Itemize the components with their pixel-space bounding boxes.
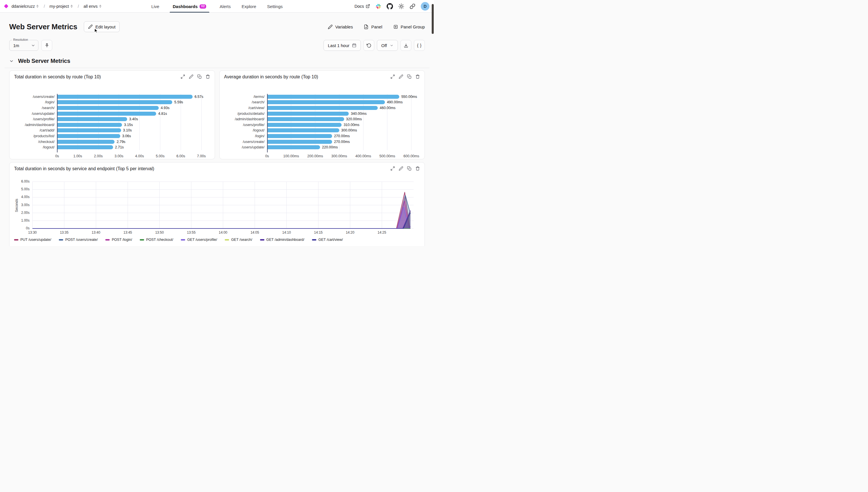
time-range-button[interactable]: Last 1 hour bbox=[323, 40, 361, 51]
legend-item[interactable]: GET /cart/view/ bbox=[312, 238, 343, 242]
dashboard-app: ddanielcruzz / my-project / all envs Liv… bbox=[0, 0, 434, 246]
nav-explore-label: Explore bbox=[242, 4, 256, 9]
code-view-button[interactable]: { } bbox=[414, 40, 425, 51]
bar-category-label: /users/update/ bbox=[242, 145, 264, 149]
edit-icon[interactable] bbox=[399, 74, 403, 79]
breadcrumb-env[interactable]: all envs bbox=[83, 4, 102, 8]
nav-settings[interactable]: Settings bbox=[267, 0, 283, 13]
x-axis-tick: 7.00s bbox=[197, 154, 206, 158]
slack-icon bbox=[375, 3, 381, 9]
legend-item[interactable]: POST /users/create/ bbox=[59, 238, 98, 242]
nav-dashboards[interactable]: Dashboards v2 bbox=[170, 0, 209, 13]
y-axis-tick: 5.00s bbox=[21, 187, 30, 191]
bar bbox=[267, 95, 400, 99]
add-panel-group-button[interactable]: Panel Group bbox=[393, 24, 425, 29]
bar-row: /users/create/6.57s bbox=[57, 94, 201, 100]
bar-category-label: /login/ bbox=[255, 134, 264, 138]
add-panel-group-label: Panel Group bbox=[401, 24, 425, 29]
bar-category-label: /admin/dashboard/ bbox=[235, 117, 265, 121]
delete-icon[interactable] bbox=[415, 74, 420, 79]
bar bbox=[57, 140, 115, 144]
breadcrumb: ddanielcruzz / my-project / all envs bbox=[5, 0, 102, 13]
title-actions: Variables Panel Panel Group bbox=[328, 24, 425, 29]
bar-value-label: 340.00ms bbox=[351, 112, 367, 116]
legend-swatch bbox=[105, 239, 110, 241]
nav-dashboards-label: Dashboards bbox=[173, 4, 198, 9]
nav-explore[interactable]: Explore bbox=[241, 0, 257, 13]
variables-button[interactable]: Variables bbox=[328, 24, 353, 29]
delete-icon[interactable] bbox=[415, 166, 420, 171]
unfold-icon bbox=[70, 5, 73, 8]
breadcrumb-project[interactable]: my-project bbox=[49, 4, 73, 8]
duplicate-icon[interactable] bbox=[407, 74, 412, 79]
slack-button[interactable] bbox=[375, 3, 381, 9]
bar-value-label: 550.00ms bbox=[401, 95, 417, 99]
bar-row: /login/270.00ms bbox=[267, 133, 412, 139]
download-button[interactable] bbox=[400, 40, 411, 51]
copy-link-icon bbox=[410, 3, 415, 9]
legend-item[interactable]: GET /users/profile/ bbox=[181, 238, 217, 242]
legend-item[interactable]: GET /search/ bbox=[225, 238, 252, 242]
nav-live[interactable]: Live bbox=[151, 0, 160, 13]
legend-item[interactable]: POST /login/ bbox=[105, 238, 132, 242]
github-button[interactable] bbox=[387, 3, 393, 9]
expand-icon[interactable] bbox=[390, 166, 395, 171]
docs-link[interactable]: Docs bbox=[354, 4, 370, 8]
add-panel-button[interactable]: Panel bbox=[364, 24, 382, 29]
legend-item[interactable]: POST /checkout/ bbox=[140, 238, 173, 242]
expand-icon[interactable] bbox=[180, 74, 185, 79]
edit-icon[interactable] bbox=[189, 74, 194, 79]
pencil-icon bbox=[328, 24, 333, 29]
refresh-button[interactable] bbox=[364, 40, 374, 51]
time-controls: Last 1 hour Off { } bbox=[323, 40, 425, 51]
bar bbox=[57, 145, 113, 149]
breadcrumb-org-label: ddanielcruzz bbox=[11, 4, 35, 8]
bar bbox=[267, 117, 344, 121]
copy-link-button[interactable] bbox=[410, 3, 415, 9]
y-axis-ticks: 0s1.00s2.00s3.00s4.00s5.00s6.00s bbox=[14, 182, 32, 228]
legend-item[interactable]: GET /admin/dashboard/ bbox=[260, 238, 304, 242]
area-chart-canvas bbox=[32, 182, 414, 228]
chevron-down-icon[interactable] bbox=[9, 59, 14, 64]
unfold-icon bbox=[36, 5, 39, 8]
edit-layout-button[interactable]: Edit layout bbox=[84, 21, 120, 32]
x-axis-tick: 2.00s bbox=[94, 154, 103, 158]
duplicate-icon[interactable] bbox=[197, 74, 202, 79]
bar bbox=[267, 145, 320, 149]
nav-alerts[interactable]: Alerts bbox=[219, 0, 231, 13]
edit-icon[interactable] bbox=[399, 166, 403, 171]
top-bar: ddanielcruzz / my-project / all envs Liv… bbox=[0, 0, 434, 13]
legend-item[interactable]: PUT /users/update/ bbox=[14, 238, 51, 242]
panel-actions bbox=[390, 166, 420, 171]
delete-icon[interactable] bbox=[205, 74, 210, 79]
breadcrumb-org[interactable]: ddanielcruzz bbox=[11, 4, 39, 8]
user-avatar[interactable]: D bbox=[421, 2, 429, 10]
bar bbox=[57, 100, 172, 104]
calendar-icon bbox=[352, 43, 356, 48]
bar-category-label: /users/profile/ bbox=[243, 123, 264, 127]
panels-grid: Total duration in seconds by route (Top … bbox=[9, 70, 425, 159]
x-axis-tick: 13:40 bbox=[92, 230, 100, 235]
bar-row: /logout/300.00ms bbox=[267, 128, 412, 133]
variables-label: Variables bbox=[335, 24, 353, 29]
panel-total-duration-by-route: Total duration in seconds by route (Top … bbox=[9, 70, 215, 159]
auto-refresh-value: Off bbox=[381, 43, 387, 48]
resolution-select[interactable]: Resolution 1m bbox=[9, 40, 39, 51]
x-axis-tick: 14:10 bbox=[282, 230, 291, 235]
legend-swatch bbox=[225, 239, 229, 241]
auto-refresh-select[interactable]: Off bbox=[377, 40, 398, 51]
bar-row: /users/profile/3.40s bbox=[57, 116, 201, 122]
duplicate-icon[interactable] bbox=[407, 166, 412, 171]
bar-plot-area: /terms/550.00ms/search/490.00ms/cart/vie… bbox=[267, 94, 412, 150]
bar-value-label: 3.06s bbox=[122, 134, 131, 138]
vertical-scrollbar[interactable] bbox=[432, 4, 434, 34]
theme-toggle-button[interactable] bbox=[398, 3, 404, 9]
bar-row: /cart/add/3.10s bbox=[57, 128, 201, 133]
expand-icon[interactable] bbox=[390, 74, 395, 79]
bar-value-label: 4.93s bbox=[161, 106, 170, 110]
unfold-icon bbox=[99, 5, 102, 8]
bar-category-label: /cart/view/ bbox=[248, 106, 264, 110]
pin-resolution-button[interactable] bbox=[41, 40, 52, 51]
bar bbox=[267, 123, 342, 127]
legend-label: GET /search/ bbox=[231, 238, 252, 242]
